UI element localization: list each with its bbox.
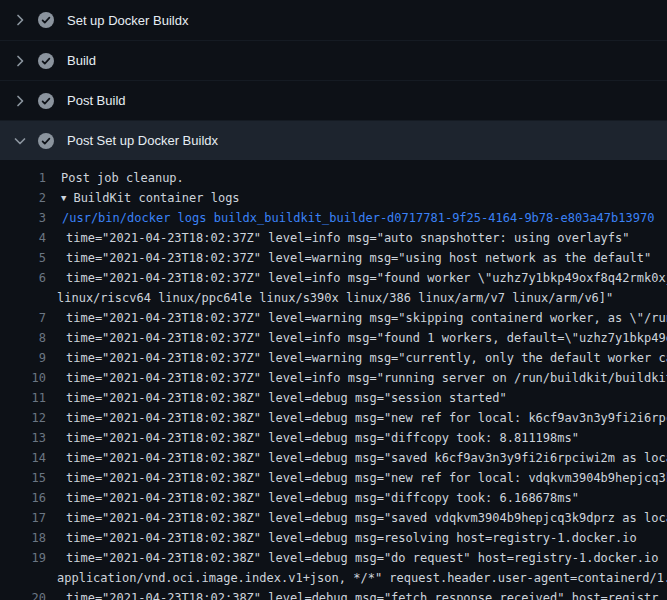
log-line-number xyxy=(0,288,46,308)
log-line: 7time="2021-04-23T18:02:37Z" level=warni… xyxy=(0,308,667,328)
log-line-number[interactable]: 15 xyxy=(0,468,46,488)
log-line: 16time="2021-04-23T18:02:38Z" level=debu… xyxy=(0,488,667,508)
log-line-number[interactable]: 9 xyxy=(0,348,46,368)
actions-log-viewer: Set up Docker BuildxBuildPost BuildPost … xyxy=(0,0,667,600)
log-line-text: linux/riscv64 linux/ppc64le linux/s390x … xyxy=(46,288,667,308)
log-line: 3/usr/bin/docker logs buildx_buildkit_bu… xyxy=(0,208,667,228)
log-area: 1Post job cleanup.2▼BuildKit container l… xyxy=(0,160,667,600)
log-line-number[interactable]: 4 xyxy=(0,228,46,248)
log-line-number[interactable]: 12 xyxy=(0,408,46,428)
log-line-text: time="2021-04-23T18:02:37Z" level=warnin… xyxy=(46,348,667,368)
log-line-number[interactable]: 16 xyxy=(0,488,46,508)
log-line-text: time="2021-04-23T18:02:37Z" level=warnin… xyxy=(46,308,667,328)
step-label: Post Set up Docker Buildx xyxy=(67,133,218,148)
success-check-icon xyxy=(38,53,54,69)
step-header-build[interactable]: Build xyxy=(0,40,667,80)
log-line-number[interactable]: 5 xyxy=(0,248,46,268)
log-line-number[interactable]: 20 xyxy=(0,588,46,600)
chevron-down-icon[interactable] xyxy=(12,133,28,149)
chevron-right-icon[interactable] xyxy=(12,93,28,109)
group-toggle-icon[interactable]: ▼ xyxy=(61,188,66,208)
log-line-number[interactable]: 17 xyxy=(0,508,46,528)
log-line-number[interactable]: 18 xyxy=(0,528,46,548)
log-line-text: Post job cleanup. xyxy=(46,168,667,188)
log-line: 12time="2021-04-23T18:02:38Z" level=debu… xyxy=(0,408,667,428)
log-line: 20time="2021-04-23T18:02:38Z" level=debu… xyxy=(0,588,667,600)
log-line-text: time="2021-04-23T18:02:38Z" level=debug … xyxy=(46,408,667,428)
log-line: 19time="2021-04-23T18:02:38Z" level=debu… xyxy=(0,548,667,568)
log-line: 18time="2021-04-23T18:02:38Z" level=debu… xyxy=(0,528,667,548)
group-label: BuildKit container logs xyxy=(73,191,239,205)
log-line: 14time="2021-04-23T18:02:38Z" level=debu… xyxy=(0,448,667,468)
log-line: 9time="2021-04-23T18:02:37Z" level=warni… xyxy=(0,348,667,368)
log-line: 11time="2021-04-23T18:02:38Z" level=debu… xyxy=(0,388,667,408)
log-line: 17time="2021-04-23T18:02:38Z" level=debu… xyxy=(0,508,667,528)
step-label: Set up Docker Buildx xyxy=(67,13,188,28)
log-line-text: time="2021-04-23T18:02:38Z" level=debug … xyxy=(46,488,667,508)
log-line: 4time="2021-04-23T18:02:37Z" level=info … xyxy=(0,228,667,248)
success-check-icon xyxy=(38,12,54,28)
log-line-text: time="2021-04-23T18:02:38Z" level=debug … xyxy=(46,548,667,568)
log-line: linux/riscv64 linux/ppc64le linux/s390x … xyxy=(0,288,667,308)
log-line-number[interactable]: 8 xyxy=(0,328,46,348)
log-line-text: time="2021-04-23T18:02:37Z" level=info m… xyxy=(46,228,667,248)
log-line: 13time="2021-04-23T18:02:38Z" level=debu… xyxy=(0,428,667,448)
success-check-icon xyxy=(38,133,54,149)
step-header-set-up-docker-buildx[interactable]: Set up Docker Buildx xyxy=(0,0,667,40)
log-line-text: time="2021-04-23T18:02:38Z" level=debug … xyxy=(46,508,667,528)
log-line-number[interactable]: 13 xyxy=(0,428,46,448)
log-line-text: time="2021-04-23T18:02:37Z" level=info m… xyxy=(46,368,667,388)
log-line-number xyxy=(0,568,46,588)
log-line-text: time="2021-04-23T18:02:37Z" level=warnin… xyxy=(46,248,667,268)
chevron-right-icon[interactable] xyxy=(12,53,28,69)
log-line-text: time="2021-04-23T18:02:38Z" level=debug … xyxy=(46,388,667,408)
log-line-number[interactable]: 7 xyxy=(0,308,46,328)
log-line-number[interactable]: 10 xyxy=(0,368,46,388)
log-line-text: time="2021-04-23T18:02:38Z" level=debug … xyxy=(46,528,667,548)
log-line: 5time="2021-04-23T18:02:37Z" level=warni… xyxy=(0,248,667,268)
log-line-number[interactable]: 6 xyxy=(0,268,46,288)
log-line-number[interactable]: 2 xyxy=(0,188,46,208)
log-line-text: ▼BuildKit container logs xyxy=(46,188,667,208)
log-line-text: time="2021-04-23T18:02:38Z" level=debug … xyxy=(46,428,667,448)
log-line: 6time="2021-04-23T18:02:37Z" level=info … xyxy=(0,268,667,288)
log-line-number[interactable]: 1 xyxy=(0,168,46,188)
log-line: 1Post job cleanup. xyxy=(0,168,667,188)
log-line-number[interactable]: 14 xyxy=(0,448,46,468)
log-line-text: time="2021-04-23T18:02:37Z" level=info m… xyxy=(46,268,667,288)
log-line: application/vnd.oci.image.index.v1+json,… xyxy=(0,568,667,588)
log-line-text: time="2021-04-23T18:02:38Z" level=debug … xyxy=(46,448,667,468)
log-line-number[interactable]: 11 xyxy=(0,388,46,408)
step-label: Post Build xyxy=(67,93,126,108)
step-header-post-set-up-docker-buildx[interactable]: Post Set up Docker Buildx xyxy=(0,120,667,160)
log-line-number[interactable]: 3 xyxy=(0,208,46,228)
chevron-right-icon[interactable] xyxy=(12,12,28,28)
log-line-text: application/vnd.oci.image.index.v1+json,… xyxy=(46,568,667,588)
step-label: Build xyxy=(67,53,96,68)
log-line-text: /usr/bin/docker logs buildx_buildkit_bui… xyxy=(46,208,667,228)
log-line-number[interactable]: 19 xyxy=(0,548,46,568)
log-line-text: time="2021-04-23T18:02:37Z" level=info m… xyxy=(46,328,667,348)
log-line: 8time="2021-04-23T18:02:37Z" level=info … xyxy=(0,328,667,348)
log-line-text: time="2021-04-23T18:02:38Z" level=debug … xyxy=(46,468,667,488)
success-check-icon xyxy=(38,93,54,109)
log-line-text: time="2021-04-23T18:02:38Z" level=debug … xyxy=(46,588,667,600)
step-header-post-build[interactable]: Post Build xyxy=(0,80,667,120)
log-line: 15time="2021-04-23T18:02:38Z" level=debu… xyxy=(0,468,667,488)
steps-list: Set up Docker BuildxBuildPost BuildPost … xyxy=(0,0,667,160)
log-line: 2▼BuildKit container logs xyxy=(0,188,667,208)
log-line: 10time="2021-04-23T18:02:37Z" level=info… xyxy=(0,368,667,388)
